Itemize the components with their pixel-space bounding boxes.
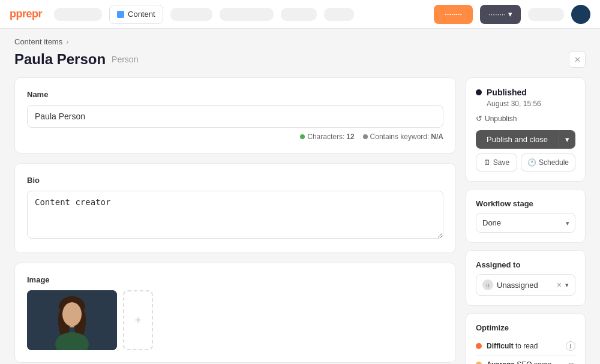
unpublish-label: Unpublish — [485, 115, 517, 123]
nav-content-label: Content — [128, 10, 155, 19]
assigned-field: u Unassigned × ▾ — [476, 274, 575, 296]
image-card: Image — [14, 263, 456, 363]
status-dot — [476, 89, 482, 95]
breadcrumb-separator: › — [66, 37, 68, 46]
readability-text: Difficult to read — [487, 342, 561, 350]
name-label: Name — [27, 90, 443, 99]
assigned-label: Assigned to — [476, 260, 575, 269]
char-count-meta: Characters: 12 — [300, 133, 354, 141]
page-header: Paula Person Person ✕ — [0, 49, 600, 77]
keyword-value: N/A — [431, 133, 443, 141]
seo-info-icon[interactable]: ☺ — [567, 360, 575, 364]
sidebar: Published August 30, 15:56 ↺ Unpublish P… — [466, 77, 586, 364]
schedule-button[interactable]: 🕐 Schedule — [521, 154, 575, 172]
nav-orange-button[interactable]: ········ — [434, 5, 473, 24]
bio-label: Bio — [27, 176, 443, 185]
action-row: 🗓 Save 🕐 Schedule — [476, 154, 575, 172]
workflow-card: Workflow stage Done ▾ — [466, 189, 586, 243]
seo-bold: Average — [487, 360, 515, 364]
status-card: Published August 30, 15:56 ↺ Unpublish P… — [466, 77, 586, 182]
nav-pill-3 — [220, 8, 274, 21]
assigned-card: Assigned to u Unassigned × ▾ — [466, 250, 586, 306]
topnav: pprepr Content ········ ········ ▾ — [0, 0, 600, 29]
image-thumbnail — [27, 290, 117, 350]
seo-text: Average SEO score — [487, 360, 562, 364]
readability-dot — [476, 343, 482, 349]
workflow-select-wrap: Done ▾ — [476, 213, 575, 233]
nav-pill-2 — [170, 8, 212, 21]
readability-info-icon[interactable]: ℹ — [566, 341, 575, 351]
optimize-card: Optimize Difficult to read ℹ Average SEO… — [466, 313, 586, 364]
seo-dot — [476, 362, 482, 364]
bio-input[interactable]: Content creator — [27, 191, 443, 239]
save-button[interactable]: 🗓 Save — [476, 154, 517, 172]
publish-row: Publish and close ▾ — [476, 130, 575, 149]
status-date: August 30, 15:56 — [476, 100, 575, 108]
logo: pprepr — [10, 8, 42, 20]
nav-pill-6 — [528, 8, 564, 21]
schedule-icon: 🕐 — [527, 158, 536, 167]
workflow-select[interactable]: Done — [476, 213, 575, 233]
assigned-avatar: u — [482, 279, 493, 290]
form-area: Name Characters: 12 Contains keyword: N/… — [14, 77, 456, 364]
status-row: Published — [476, 88, 575, 97]
readability-rest: to read — [514, 342, 538, 350]
keyword-label: Contains keyword: — [370, 133, 430, 141]
unpublish-icon: ↺ — [476, 114, 482, 123]
keyword-meta: Contains keyword: N/A — [363, 133, 443, 141]
schedule-label: Schedule — [539, 158, 569, 167]
chars-label: Characters: — [307, 133, 344, 141]
save-label: Save — [493, 158, 509, 167]
name-input[interactable] — [27, 105, 443, 128]
char-count-dot — [300, 134, 305, 139]
publish-dropdown-arrow-icon: ▾ — [565, 135, 569, 144]
nav-content-tab[interactable]: Content — [109, 5, 163, 24]
publish-and-close-button[interactable]: Publish and close — [476, 130, 559, 149]
svg-point-6 — [62, 302, 82, 326]
unpublish-button[interactable]: ↺ Unpublish — [476, 114, 517, 123]
nav-pill-4 — [281, 8, 317, 21]
save-icon: 🗓 — [484, 158, 491, 167]
nav-gray-label: ········ — [488, 10, 506, 19]
add-icon: + — [134, 314, 142, 327]
chars-value: 12 — [346, 133, 354, 141]
close-icon: ✕ — [574, 55, 581, 64]
status-label: Published — [487, 88, 527, 97]
seo-rest: SEO score — [515, 360, 551, 364]
image-area: + — [27, 290, 443, 350]
nav-pill-5 — [324, 8, 354, 21]
name-meta: Characters: 12 Contains keyword: N/A — [27, 133, 443, 141]
assigned-dropdown-arrow-icon[interactable]: ▾ — [565, 281, 569, 289]
breadcrumb: Content items › — [0, 29, 600, 49]
content-icon — [117, 11, 124, 18]
assigned-clear-button[interactable]: × — [557, 280, 562, 290]
close-button[interactable]: ✕ — [569, 51, 586, 68]
main-layout: Name Characters: 12 Contains keyword: N/… — [0, 77, 600, 364]
page-type-label: Person — [112, 55, 138, 64]
optimize-item-seo: Average SEO score ☺ — [476, 356, 575, 364]
optimize-label: Optimize — [476, 323, 575, 332]
breadcrumb-link[interactable]: Content items — [14, 37, 62, 46]
avatar[interactable] — [571, 5, 590, 24]
keyword-dot — [363, 134, 368, 139]
readability-bold: Difficult — [487, 342, 514, 350]
assigned-value: Unassigned — [497, 281, 538, 290]
page-title: Paula Person — [14, 51, 106, 68]
nav-gray-button[interactable]: ········ ▾ — [480, 5, 521, 24]
bio-card: Bio Content creator — [14, 163, 456, 253]
optimize-item-readability: Difficult to read ℹ — [476, 337, 575, 356]
name-card: Name Characters: 12 Contains keyword: N/… — [14, 77, 456, 154]
nav-gray-arrow-icon: ▾ — [508, 10, 512, 19]
nav-pill-1 — [54, 8, 102, 21]
image-add-button[interactable]: + — [123, 290, 153, 350]
publish-dropdown-button[interactable]: ▾ — [559, 130, 575, 149]
image-label: Image — [27, 275, 443, 284]
workflow-label: Workflow stage — [476, 199, 575, 208]
